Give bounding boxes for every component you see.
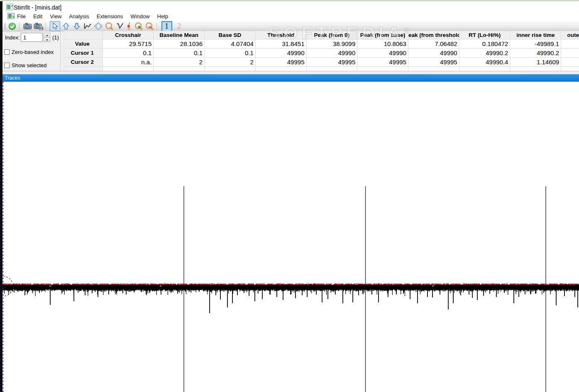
gap-band [2,71,579,74]
index-label: Index: [5,34,20,41]
trace-plot[interactable] [0,82,579,392]
checkbox-label: Show selected [12,62,47,68]
zoom-out-magnifier-icon[interactable] [144,21,154,31]
checkbox-box[interactable] [4,49,10,55]
table-cell[interactable]: 49995 [306,58,357,67]
table-cell[interactable]: 2 [205,58,256,67]
table-cell[interactable]: -49989.1 [510,39,561,49]
menu-items: FileEditViewAnalysisExtensionsWindowHelp [13,12,172,21]
trace-wave-icon[interactable] [82,21,93,31]
table-cell[interactable]: 49990.2 [510,49,561,58]
table-cell[interactable]: 0.1 [103,49,154,58]
table-cell[interactable]: 49990 [357,49,408,58]
spinner-down-icon[interactable] [44,38,50,42]
toolbar-separator [19,23,20,30]
table-cell[interactable]: 0.180472 [459,39,510,49]
table-cell[interactable]: 0.1 [205,49,256,58]
title-bar: Stimfit - [minis.dat] [2,1,579,12]
zero-based-index-checkbox[interactable]: Zero-based index [4,49,54,55]
column-header[interactable]: inner rise time [510,31,561,39]
table-cell[interactable]: 49990 [306,49,357,58]
zoom-in-magnifier-icon[interactable] [133,21,144,31]
snapshot-camera-ps-icon[interactable]: PS [33,21,44,31]
toolbar-separator [45,23,46,30]
table-cell[interactable]: 1.14609 [510,58,561,67]
table-cell[interactable]: 0.1 [154,49,205,58]
index-spinner[interactable] [44,33,50,42]
fit-window-diamond-icon[interactable] [93,21,103,31]
event-brush-icon[interactable] [125,21,133,31]
table-row: Cursor 2n.a.224999549995499954999549990.… [64,58,579,67]
column-header[interactable]: Peak (from threshold) [408,31,459,39]
table-cell[interactable]: 49995 [357,58,408,67]
screen-left-edge [0,1,2,392]
column-header[interactable]: Base SD [205,31,256,39]
table-cell[interactable]: 2 [154,58,205,67]
table-cell[interactable]: 29.5715 [103,39,154,49]
window-title: Stimfit - [minis.dat] [14,4,61,11]
table-cell[interactable]: 49995 [255,58,306,67]
toolbar-separator [156,23,157,30]
panel-divider [60,32,61,71]
table-cell[interactable]: 28.1036 [154,39,205,49]
menu-item-window[interactable]: Window [127,12,153,20]
table-row-empty [64,67,579,71]
column-header[interactable]: Crosshair [103,31,154,39]
table-cell[interactable]: 7.06482 [408,39,459,49]
measure-v-icon[interactable] [115,21,125,31]
index-count: (1) [52,34,59,41]
traces-pane-caption[interactable]: Traces [2,74,579,82]
previous-trace-up-arrow-icon[interactable] [61,21,71,31]
menu-bar: FileEditViewAnalysisExtensionsWindowHelp [2,12,579,21]
watermark: SOFTPEDIA® [268,23,413,43]
column-header[interactable]: Baseline Mean [154,31,205,39]
table-cell[interactable]: 49990 [255,49,306,58]
trace-plot-svg [0,82,579,392]
column-header[interactable]: outer rise time [561,31,579,39]
svg-text:PS: PS [39,26,43,30]
table-cell[interactable]: 4.07404 [205,39,256,49]
table-cell[interactable]: 49990 [408,49,459,58]
table-cell[interactable] [561,49,579,58]
zoom-magnifier-icon[interactable] [104,21,114,31]
corner-header-cell [64,31,103,39]
menu-item-extensions[interactable]: Extensions [93,12,127,20]
table-row: Cursor 10.10.10.149990499904999049990499… [64,49,579,58]
traces-pane-title: Traces [5,75,20,81]
channel-1-button[interactable]: 1 [161,21,172,32]
table-cell[interactable] [561,39,579,49]
menu-item-edit[interactable]: Edit [29,12,46,20]
table-cell[interactable]: 49990.4 [459,58,510,67]
app-icon [6,4,13,10]
checkbox-label: Zero-based index [12,49,54,55]
stimfit-window: Stimfit - [minis.dat] FileEditViewAnalys… [0,0,579,392]
snapshot-camera-icon[interactable] [22,21,33,31]
menu-item-file[interactable]: File [13,12,29,20]
table-cell[interactable]: 49995 [408,58,459,67]
next-trace-down-arrow-icon[interactable] [71,21,82,31]
row-header[interactable]: Cursor 1 [64,49,103,58]
table-cell[interactable]: n.a. [103,58,154,67]
show-selected-checkbox[interactable]: Show selected [4,62,47,68]
table-cell[interactable]: 49990.2 [459,49,510,58]
row-header[interactable]: Value [64,39,103,49]
menu-item-analysis[interactable]: Analysis [65,12,93,20]
spinner-up-icon[interactable] [44,33,50,38]
menu-item-view[interactable]: View [46,12,65,20]
select-arrow-icon[interactable] [50,21,60,31]
toolbar-gripper[interactable] [3,22,7,30]
index-input[interactable]: 1 [21,33,43,42]
checkbox-box[interactable] [4,63,10,68]
channel-2-button[interactable]: 2 [174,21,185,32]
column-header[interactable]: RT (Lo-Hi%) [459,31,510,39]
finish-check-icon[interactable] [7,21,17,31]
row-header[interactable]: Cursor 2 [64,58,103,67]
menu-item-help[interactable]: Help [154,12,172,20]
table-cell[interactable] [561,58,579,67]
